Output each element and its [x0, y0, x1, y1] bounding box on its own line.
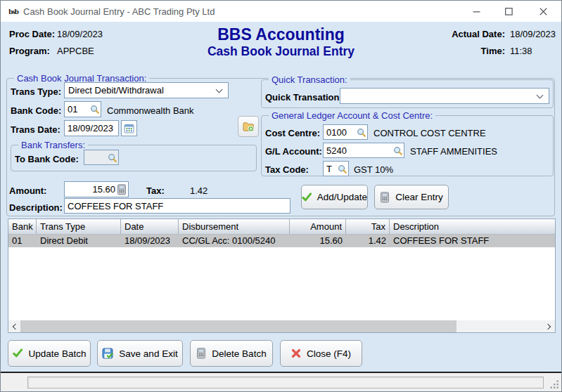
table-row[interactable]: 01 Direct Debit 18/09/2023 CC/GL Acc: 01…: [8, 235, 555, 247]
status-message-panel: [27, 377, 544, 388]
amount-calculator-icon[interactable]: [117, 184, 127, 195]
program-label: Program:: [9, 46, 50, 56]
close-f4-button[interactable]: Close (F4): [280, 340, 362, 367]
app-logo-icon: bsb: [6, 5, 20, 18]
quick-transaction-select[interactable]: [340, 88, 549, 104]
chevron-right-icon: [545, 323, 551, 329]
scrollbar-thumb[interactable]: [20, 320, 456, 332]
add-update-button[interactable]: Add/Update: [301, 185, 368, 209]
bank-transfers-group-label: Bank Transfers:: [18, 140, 88, 150]
grid-header-row: Bank Trans Type Date Disbursement Amount…: [8, 219, 555, 235]
cell-date: 18/09/2023: [121, 235, 179, 247]
chevron-down-icon: [216, 86, 223, 93]
col-header-tax: Tax: [346, 219, 390, 234]
col-header-description: Description: [390, 219, 555, 234]
check-icon: [13, 348, 23, 358]
quick-transaction-group-label: Quick Transaction:: [269, 74, 350, 85]
tax-code-lookup-icon[interactable]: [338, 164, 347, 174]
status-bar: [1, 372, 561, 391]
col-header-bank: Bank: [8, 219, 37, 234]
update-batch-label: Update Batch: [29, 348, 87, 359]
add-update-label: Add/Update: [317, 192, 367, 202]
maximize-icon: [505, 8, 513, 15]
minimize-icon: [473, 8, 480, 15]
cost-centre-label: Cost Centre:: [265, 128, 320, 138]
amount-label: Amount:: [9, 185, 46, 196]
chevron-down-icon: [537, 92, 544, 99]
close-f4-label: Close (F4): [307, 348, 351, 359]
proc-date-label: Proc Date:: [9, 29, 55, 39]
close-window-button[interactable]: [525, 1, 561, 22]
gl-account-desc: STAFF AMMENITIES: [410, 146, 497, 157]
tax-code-field: [323, 161, 349, 176]
save-icon: [102, 348, 113, 359]
bank-code-label: Bank Code:: [11, 105, 61, 116]
tax-code-label: Tax Code:: [265, 164, 309, 175]
tax-code-input[interactable]: [325, 164, 338, 174]
quick-transaction-label: Quick Transation:: [265, 92, 343, 103]
save-and-exit-label: Save and Exit: [119, 348, 177, 359]
col-header-date: Date: [121, 219, 179, 234]
to-bank-code-label: To Bank Code:: [15, 154, 79, 164]
col-header-trans-type: Trans Type: [37, 219, 121, 234]
trans-date-field: [64, 120, 119, 136]
cost-centre-lookup-icon[interactable]: [357, 128, 366, 137]
cell-tax: 1.42: [346, 235, 390, 247]
save-and-exit-button[interactable]: Save and Exit: [97, 340, 183, 367]
amount-input[interactable]: [66, 184, 117, 195]
resize-grip-icon[interactable]: [550, 380, 559, 389]
scroll-right-button[interactable]: [543, 320, 555, 332]
description-input[interactable]: [66, 201, 288, 211]
minimize-button[interactable]: [460, 1, 492, 22]
cost-centre-input[interactable]: [325, 127, 357, 138]
cell-disbursement: CC/GL Acc: 0100/5240: [179, 235, 290, 247]
cell-trans-type: Direct Debit: [37, 235, 121, 247]
program-value: APPCBE: [57, 46, 94, 56]
trans-type-select[interactable]: Direct Debit/Withdrawal: [64, 82, 229, 98]
check-icon: [302, 192, 312, 202]
gl-account-input[interactable]: [325, 145, 393, 156]
col-header-amount: Amount: [290, 219, 346, 234]
trans-date-input[interactable]: [66, 123, 117, 133]
tax-code-desc: GST 10%: [354, 164, 393, 175]
gl-account-field: [323, 143, 404, 158]
bank-code-input[interactable]: [66, 104, 90, 115]
delete-batch-button[interactable]: Delete Batch: [190, 340, 273, 367]
transactions-grid: Bank Trans Type Date Disbursement Amount…: [8, 218, 556, 333]
gl-account-lookup-icon[interactable]: [393, 146, 402, 155]
chevron-left-icon: [13, 323, 18, 329]
tax-amount-label: Tax:: [146, 185, 165, 196]
actual-date-value: 18/09/2023: [510, 29, 556, 39]
description-field: [64, 198, 290, 214]
trans-date-calendar-button[interactable]: [121, 120, 137, 136]
gl-account-cost-centre-group-label: General Ledger Account & Cost Centre:: [269, 110, 435, 121]
title-bar: bsb Cash Book Journal Entry - ABC Tradin…: [1, 1, 561, 22]
clear-entry-label: Clear Entry: [395, 192, 443, 202]
trans-date-label: Trans Date:: [11, 124, 60, 135]
new-batch-button[interactable]: [238, 116, 259, 137]
time-label: Time:: [423, 46, 505, 56]
scroll-left-button[interactable]: [8, 320, 20, 332]
horizontal-scrollbar[interactable]: [8, 320, 555, 332]
delete-batch-label: Delete Batch: [212, 348, 266, 359]
bank-name-value: Commonwealth Bank: [107, 105, 194, 116]
trans-type-value: Direct Debit/Withdrawal: [68, 85, 164, 96]
maximize-button[interactable]: [492, 1, 525, 22]
actual-date-label: Actual Date:: [423, 29, 505, 39]
calculator-icon: [196, 348, 206, 359]
gl-account-label: G/L Account:: [265, 146, 322, 157]
clear-entry-button[interactable]: Clear Entry: [374, 185, 449, 209]
trans-type-label: Trans Type:: [11, 86, 61, 97]
close-window-icon: [539, 8, 547, 15]
bank-code-lookup-icon[interactable]: [90, 105, 99, 114]
cost-centre-desc: CONTROL COST CENTRE: [373, 128, 486, 138]
cell-bank: 01: [8, 235, 37, 247]
description-label: Description:: [9, 202, 63, 213]
to-bank-code-lookup-icon[interactable]: [108, 153, 117, 162]
to-bank-code-field: [84, 150, 119, 165]
update-batch-button[interactable]: Update Batch: [8, 340, 91, 367]
to-bank-code-input[interactable]: [86, 152, 108, 163]
bank-code-field: [64, 101, 101, 117]
time-value: 11:38: [510, 46, 532, 56]
calendar-icon: [124, 123, 134, 133]
